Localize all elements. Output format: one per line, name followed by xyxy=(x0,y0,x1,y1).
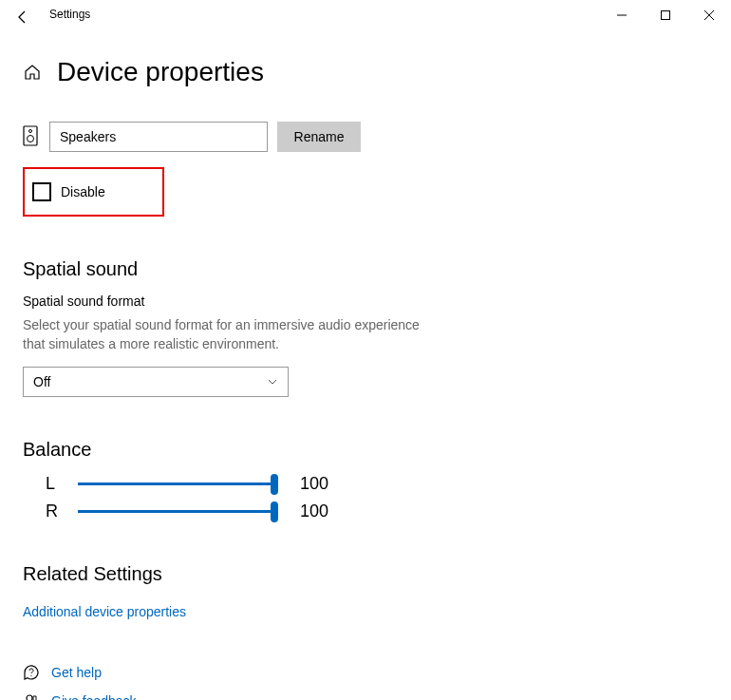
page-title: Device properties xyxy=(57,57,264,87)
svg-point-4 xyxy=(28,136,34,142)
balance-left-label: L xyxy=(46,474,65,494)
feedback-icon xyxy=(23,692,40,700)
slider-thumb[interactable] xyxy=(271,501,278,522)
balance-right-slider[interactable] xyxy=(78,510,277,513)
spatial-help-text: Select your spatial sound format for an … xyxy=(23,316,422,353)
device-name-input[interactable] xyxy=(49,122,268,152)
close-button[interactable] xyxy=(687,0,731,30)
svg-rect-1 xyxy=(662,11,670,20)
svg-point-6 xyxy=(27,695,32,700)
balance-right-label: R xyxy=(46,501,65,521)
maximize-button[interactable] xyxy=(644,0,687,30)
disable-highlight: Disable xyxy=(23,167,164,217)
disable-label: Disable xyxy=(61,184,105,199)
maximize-icon xyxy=(661,10,670,20)
home-icon[interactable] xyxy=(23,63,42,82)
close-icon xyxy=(704,10,714,20)
balance-left-value: 100 xyxy=(300,474,328,494)
spatial-format-value: Off xyxy=(33,374,50,389)
help-icon xyxy=(23,664,40,681)
spatial-subhead: Spatial sound format xyxy=(23,293,708,309)
rename-button[interactable]: Rename xyxy=(277,122,361,152)
get-help-link[interactable]: Get help xyxy=(51,665,102,680)
speaker-icon xyxy=(23,125,40,148)
spatial-format-dropdown[interactable]: Off xyxy=(23,367,289,397)
back-button[interactable] xyxy=(13,8,32,27)
svg-point-3 xyxy=(29,130,32,133)
balance-heading: Balance xyxy=(23,439,708,461)
balance-right-value: 100 xyxy=(300,501,328,521)
disable-checkbox[interactable] xyxy=(32,182,51,201)
related-settings-heading: Related Settings xyxy=(23,563,708,585)
minimize-button[interactable] xyxy=(600,0,644,30)
spatial-sound-heading: Spatial sound xyxy=(23,258,708,280)
additional-device-properties-link[interactable]: Additional device properties xyxy=(23,604,186,619)
slider-thumb[interactable] xyxy=(271,474,278,495)
give-feedback-link[interactable]: Give feedback xyxy=(51,693,137,700)
window-title: Settings xyxy=(49,8,90,21)
arrow-left-icon xyxy=(15,9,30,25)
minimize-icon xyxy=(617,10,627,20)
balance-left-slider[interactable] xyxy=(78,482,277,485)
svg-point-5 xyxy=(30,675,31,676)
chevron-down-icon xyxy=(267,376,278,388)
